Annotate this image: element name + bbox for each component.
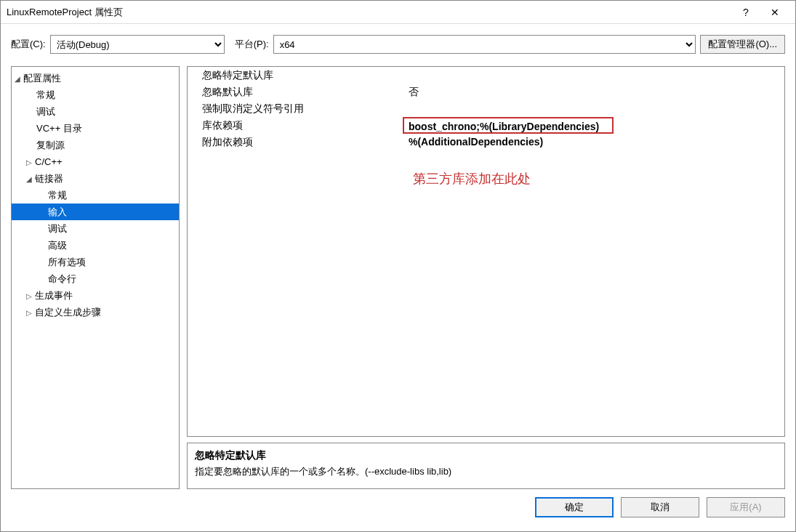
tree-item-copysrc[interactable]: 复制源 [12,137,179,153]
description-body: 指定要忽略的默认库的一个或多个名称。(--exclude-libs lib,li… [195,465,777,478]
annotation-text: 第三方库添加在此处 [413,170,531,188]
tree-item-cpp[interactable]: ▷C/C++ [12,153,179,170]
tree-root-config[interactable]: ◢配置属性 [12,70,179,86]
tree-item-linker[interactable]: ◢链接器 [12,170,179,187]
prop-row-library-deps[interactable]: 库依赖项 boost_chrono;%(LibraryDependencies) [188,117,784,134]
toolbar: 配置(C): 活动(Debug) 平台(P): x64 配置管理器(O)... [1,24,795,60]
description-title: 忽略特定默认库 [195,449,777,462]
prop-label: 强制取消定义符号引用 [188,100,406,117]
apply-button[interactable]: 应用(A) [707,497,785,517]
config-select[interactable]: 活动(Debug) [50,35,225,54]
tree-item-vcdirs[interactable]: VC++ 目录 [12,120,179,137]
help-button[interactable]: ? [731,7,760,18]
prop-label: 附加依赖项 [188,134,406,150]
ok-button[interactable]: 确定 [535,497,614,517]
prop-row[interactable]: 忽略特定默认库 [188,67,784,84]
tree-item-linker-cmdline[interactable]: 命令行 [12,270,179,287]
close-button[interactable]: ✕ [760,7,789,18]
cancel-button[interactable]: 取消 [621,497,699,517]
tree-item-debug[interactable]: 调试 [12,103,179,120]
footer: 确定 取消 应用(A) [1,489,795,525]
prop-row[interactable]: 强制取消定义符号引用 [188,100,784,117]
property-grid[interactable]: 忽略特定默认库 忽略默认库 否 强制取消定义符号引用 库依赖项 boost_ch… [187,66,785,437]
tree-item-linker-general[interactable]: 常规 [12,187,179,203]
nav-tree[interactable]: ◢配置属性 常规 调试 VC++ 目录 复制源 ▷C/C++ ◢链接器 常规 输… [11,66,180,489]
prop-value[interactable]: boost_chrono;%(LibraryDependencies) [403,117,614,134]
platform-select[interactable]: x64 [273,35,696,54]
right-pane: 忽略特定默认库 忽略默认库 否 强制取消定义符号引用 库依赖项 boost_ch… [187,66,785,489]
prop-row[interactable]: 忽略默认库 否 [188,84,784,100]
titlebar: LinuxRemoteProject 属性页 ? ✕ [1,1,795,24]
prop-value[interactable]: 否 [406,84,784,100]
description-panel: 忽略特定默认库 指定要忽略的默认库的一个或多个名称。(--exclude-lib… [187,443,785,489]
prop-value[interactable] [406,100,784,117]
prop-value[interactable]: %(AdditionalDependencies) [406,134,784,150]
prop-label: 库依赖项 [188,117,406,134]
tree-item-linker-debug[interactable]: 调试 [12,220,179,237]
tree-item-linker-advanced[interactable]: 高级 [12,237,179,254]
config-label: 配置(C): [11,38,46,51]
config-manager-button[interactable]: 配置管理器(O)... [700,35,785,54]
tree-item-build-events[interactable]: ▷生成事件 [12,287,179,304]
platform-label: 平台(P): [235,38,269,51]
prop-value[interactable] [406,67,784,84]
tree-item-linker-input[interactable]: 输入 [12,203,179,220]
main-area: ◢配置属性 常规 调试 VC++ 目录 复制源 ▷C/C++ ◢链接器 常规 输… [1,60,795,489]
tree-item-general[interactable]: 常规 [12,86,179,103]
prop-label: 忽略默认库 [188,84,406,100]
tree-item-custom-build[interactable]: ▷自定义生成步骤 [12,304,179,321]
prop-label: 忽略特定默认库 [188,67,406,84]
tree-item-linker-alloptions[interactable]: 所有选项 [12,254,179,270]
window-title: LinuxRemoteProject 属性页 [7,6,731,19]
prop-row[interactable]: 附加依赖项 %(AdditionalDependencies) [188,134,784,150]
